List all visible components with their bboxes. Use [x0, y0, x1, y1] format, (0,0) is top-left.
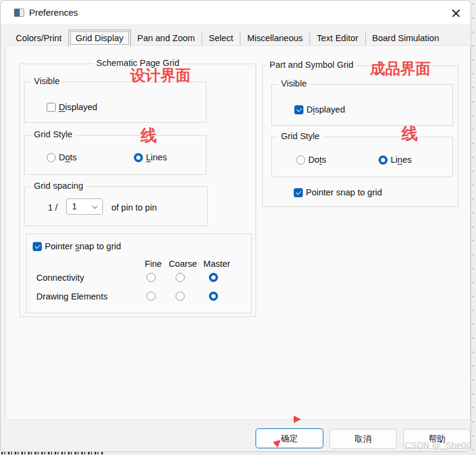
right-displayed-label: Displayed — [306, 105, 345, 114]
red-cursor-icon — [294, 416, 301, 423]
grid-spacing-title: Grid spacing — [31, 181, 86, 191]
tab-select[interactable]: Select — [202, 31, 240, 46]
drawing-elements-label: Drawing Elements — [36, 292, 108, 301]
right-lines-label: Lines — [391, 155, 412, 165]
connectivity-fine-radio[interactable] — [147, 273, 156, 282]
radio-icon[interactable] — [134, 153, 143, 162]
chevron-down-icon — [92, 203, 98, 209]
left-displayed-label: Displayed — [59, 102, 98, 112]
checkbox-icon[interactable] — [294, 105, 303, 114]
column-header-master: Master — [203, 259, 230, 269]
right-grid-style-group: Grid Style Dots Lines — [271, 137, 453, 177]
tab-pan-and-zoom[interactable]: Pan and Zoom — [131, 31, 202, 46]
grid-spacing-dropdown[interactable]: 1 — [66, 198, 103, 215]
column-header-fine: Fine — [145, 259, 162, 269]
cancel-button[interactable]: 取消 — [329, 429, 397, 449]
connectivity-coarse-radio[interactable] — [176, 273, 185, 282]
left-grid-style-title: Grid Style — [31, 129, 76, 139]
tab-text-editor[interactable]: Text Editor — [309, 31, 365, 46]
column-header-coarse: Coarse — [169, 259, 197, 269]
radio-icon[interactable] — [47, 153, 56, 162]
app-icon — [14, 8, 24, 17]
tab-miscellaneous[interactable]: Miscellaneous — [240, 31, 309, 46]
tab-grid-display[interactable]: Grid Display — [68, 30, 131, 47]
titlebar: Preferences — [1, 1, 471, 25]
connectivity-label: Connectivity — [36, 273, 84, 283]
part-symbol-grid-title: Part and Symbol Grid — [266, 60, 357, 70]
preferences-dialog: Preferences Colors/Print Grid Display Pa… — [0, 0, 471, 452]
tabbar: Colors/Print Grid Display Pan and Zoom S… — [9, 31, 446, 46]
left-lines-label: Lines — [146, 152, 167, 162]
grid-spacing-suffix: of pin to pin — [111, 203, 157, 212]
background-canvas-strip — [471, 0, 476, 455]
drawing-master-radio[interactable] — [209, 292, 218, 301]
drawing-fine-radio[interactable] — [147, 292, 156, 301]
part-symbol-grid-group: Part and Symbol Grid Visible Displayed G… — [262, 65, 458, 207]
tab-colors-print[interactable]: Colors/Print — [9, 31, 68, 46]
left-dots-radio[interactable]: Dots — [47, 152, 77, 162]
right-lines-radio[interactable]: Lines — [378, 155, 412, 165]
clipped-background-text — [1, 452, 103, 454]
connectivity-master-radio[interactable] — [209, 273, 218, 282]
right-displayed-checkbox[interactable]: Displayed — [294, 105, 345, 114]
right-visible-group: Visible Displayed — [271, 84, 453, 126]
tab-board-simulation[interactable]: Board Simulation — [365, 31, 446, 46]
left-snap-label: Pointer snap to grid — [45, 241, 121, 251]
ok-button[interactable]: 确定 — [256, 428, 323, 448]
schematic-page-grid-group: Schematic Page Grid Visible Displayed Gr… — [19, 64, 256, 317]
grid-spacing-group: Grid spacing 1 / 1 of pin to pin — [24, 186, 208, 226]
annotation-product-ui: 成品界面 — [370, 61, 431, 76]
radio-icon[interactable] — [296, 155, 305, 165]
checkbox-icon[interactable] — [33, 242, 42, 251]
right-dots-label: Dots — [308, 155, 326, 165]
right-dots-radio[interactable]: Dots — [296, 155, 326, 165]
grid-spacing-value: 1 — [72, 201, 77, 211]
radio-icon[interactable] — [378, 155, 388, 165]
left-lines-radio[interactable]: Lines — [134, 152, 167, 162]
grid-spacing-prefix: 1 / — [48, 203, 58, 212]
annotation-line-right: 线 — [402, 126, 418, 142]
left-snap-checkbox[interactable]: Pointer snap to grid — [33, 241, 121, 251]
window-title: Preferences — [29, 7, 78, 18]
right-grid-style-title: Grid Style — [278, 131, 323, 141]
left-grid-style-group: Grid Style Dots Lines — [24, 135, 207, 175]
checkbox-icon[interactable] — [294, 188, 303, 197]
right-snap-checkbox[interactable]: Pointer snap to grid — [294, 188, 382, 197]
drawing-coarse-radio[interactable] — [176, 292, 185, 301]
left-snap-group: Pointer snap to grid Fine Coarse Master … — [26, 234, 252, 313]
close-icon[interactable] — [449, 7, 463, 20]
annotation-line-left: 线 — [140, 128, 157, 144]
screen: Preferences Colors/Print Grid Display Pa… — [0, 0, 476, 455]
left-displayed-checkbox[interactable]: Displayed — [47, 102, 98, 112]
right-snap-label: Pointer snap to grid — [306, 188, 382, 197]
checkbox-icon[interactable] — [47, 103, 56, 112]
grid-display-page: 设计界面 线 成品界面 线 Schematic Page Grid Visibl… — [5, 45, 471, 420]
canvas-grid-dots — [472, 4, 474, 451]
watermark: CSDN @_She001 — [405, 440, 471, 450]
annotation-design-ui: 设计界面 — [130, 68, 191, 83]
left-dots-label: Dots — [59, 152, 77, 162]
left-visible-title: Visible — [31, 76, 62, 86]
left-visible-group: Visible Displayed — [24, 82, 207, 123]
right-visible-title: Visible — [278, 79, 309, 88]
